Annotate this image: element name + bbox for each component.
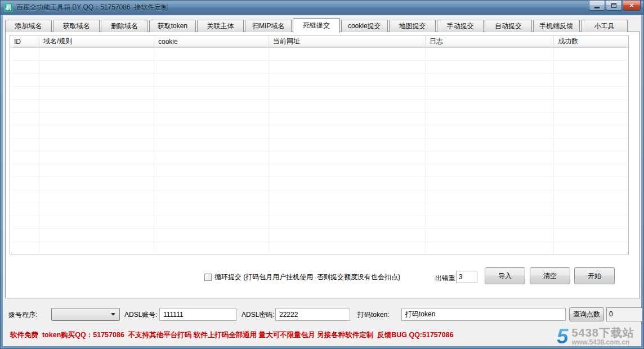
column-header-id[interactable]: ID xyxy=(10,35,39,47)
maximize-icon xyxy=(611,3,616,8)
import-button[interactable]: 导入 xyxy=(485,267,525,284)
maximize-button[interactable] xyxy=(606,1,622,11)
tab-manual-submit[interactable]: 手动提交 xyxy=(437,20,484,32)
tab-get-domain[interactable]: 获取域名 xyxy=(53,20,100,32)
table-header: ID 域名/规则 cookie 当前网址 日志 成功数 xyxy=(10,35,628,48)
tab-mobile-feedback[interactable]: 手机端反馈 xyxy=(533,20,580,32)
adsl-password-label: ADSL密码: xyxy=(242,310,275,320)
tab-tools[interactable]: 小工具 xyxy=(581,20,628,32)
adsl-password-input[interactable] xyxy=(275,308,350,321)
tab-add-domain[interactable]: 添加域名 xyxy=(5,20,52,32)
window-title: 百度全功能工具箱 BY QQ：51757086 接软件定制 xyxy=(16,3,168,12)
captcha-token-input[interactable] xyxy=(401,308,566,321)
column-grid-log xyxy=(426,48,554,254)
column-grid-success-count xyxy=(554,48,629,254)
query-points-button[interactable]: 查询点数 xyxy=(569,307,604,321)
close-icon: × xyxy=(629,2,634,9)
watermark: 5 5438下载站 www.5438.com.cn xyxy=(557,326,634,347)
column-header-current-url[interactable]: 当前网址 xyxy=(269,35,426,47)
watermark-site-name: 5438下载站 xyxy=(572,326,635,339)
start-button[interactable]: 开始 xyxy=(574,267,615,284)
clear-button[interactable]: 清空 xyxy=(530,267,570,284)
tab-page-dead-link-submit: ID 域名/规则 cookie 当前网址 日志 成功数 xyxy=(5,32,640,298)
app-icon: 易 xyxy=(4,3,13,12)
loop-submit-checkbox-group[interactable]: 循环提交 (打码包月用户挂机使用 否则提交额度没有也会扣点) xyxy=(204,272,400,282)
column-header-log[interactable]: 日志 xyxy=(426,35,554,47)
client-area: 添加域名 获取域名 删除域名 获取token 关联主体 扫MIP域名 死链提交 … xyxy=(3,15,641,346)
status-bar: 软件免费 token购买QQ：51757086 不支持其他平台打码 软件上打码全… xyxy=(3,326,641,348)
window-controls: × xyxy=(589,1,641,11)
watermark-logo: 5 xyxy=(557,326,569,347)
tab-map-submit[interactable]: 地图提交 xyxy=(389,20,436,32)
tab-delete-domain[interactable]: 删除域名 xyxy=(101,20,147,32)
captcha-token-label: 打码token: xyxy=(357,310,390,320)
adsl-account-label: ADSL账号: xyxy=(124,310,158,320)
loop-submit-label: 循环提交 (打码包月用户挂机使用 否则提交额度没有也会扣点) xyxy=(214,272,400,282)
close-button[interactable]: × xyxy=(623,1,641,11)
loop-submit-checkbox[interactable] xyxy=(204,274,212,281)
watermark-site-url: www.5438.com.cn xyxy=(572,339,635,346)
status-text: 软件免费 token购买QQ：51757086 不支持其他平台打码 软件上打码全… xyxy=(10,330,454,340)
tab-bar: 添加域名 获取域名 删除域名 获取token 关联主体 扫MIP域名 死链提交 … xyxy=(5,18,628,32)
tab-auto-submit[interactable]: 自动提交 xyxy=(485,20,531,32)
dialer-label: 拨号程序: xyxy=(8,310,37,320)
dialer-select[interactable] xyxy=(51,308,120,321)
tab-linked-subject[interactable]: 关联主体 xyxy=(197,20,244,32)
points-value-box[interactable]: 0 xyxy=(606,307,642,321)
column-grid-id xyxy=(10,48,39,254)
column-grid-current-url xyxy=(269,48,426,254)
minimize-button[interactable] xyxy=(589,1,605,11)
column-header-domain-rule[interactable]: 域名/规则 xyxy=(39,35,154,47)
dial-settings-row: 拨号程序: ADSL账号: ADSL密码: 打码token: 查询点数 0 xyxy=(3,306,641,323)
app-window: 易 百度全功能工具箱 BY QQ：51757086 接软件定制 × 添加域名 获… xyxy=(0,0,644,349)
titlebar[interactable]: 易 百度全功能工具箱 BY QQ：51757086 接软件定制 × xyxy=(1,1,643,15)
table-body-empty[interactable] xyxy=(10,48,628,254)
column-grid-cookie xyxy=(154,48,269,254)
column-header-cookie[interactable]: cookie xyxy=(154,35,269,47)
adsl-account-input[interactable] xyxy=(159,308,236,321)
tab-get-token[interactable]: 获取token xyxy=(149,20,196,32)
column-header-success-count[interactable]: 成功数 xyxy=(554,35,629,47)
tab-scan-mip-domain[interactable]: 扫MIP域名 xyxy=(245,20,292,32)
submission-table: ID 域名/规则 cookie 当前网址 日志 成功数 xyxy=(10,35,629,254)
tab-dead-link-submit[interactable]: 死链提交 xyxy=(293,18,339,33)
tab-cookie-submit[interactable]: cookie提交 xyxy=(341,20,388,32)
retry-input[interactable] xyxy=(456,271,477,283)
column-grid-domain-rule xyxy=(39,48,154,254)
chevron-down-icon xyxy=(111,313,115,316)
minimize-icon xyxy=(594,7,600,8)
